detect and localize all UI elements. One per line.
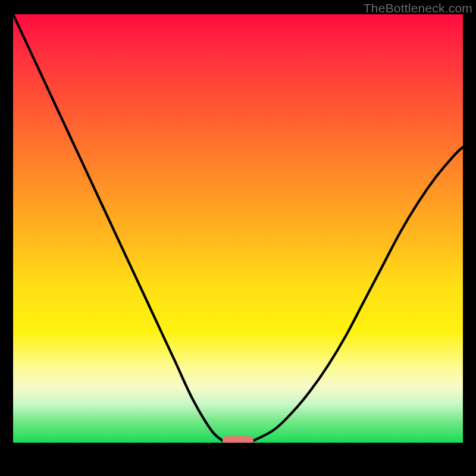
chart-frame (13, 14, 463, 463)
curve-right-branch (253, 147, 463, 440)
axis-bottom-band (13, 443, 463, 463)
bottleneck-curve (13, 14, 463, 443)
bottleneck-marker (223, 436, 254, 443)
curve-left-branch (13, 14, 223, 440)
watermark-text: TheBottleneck.com (364, 1, 472, 15)
plot-area (13, 14, 463, 443)
